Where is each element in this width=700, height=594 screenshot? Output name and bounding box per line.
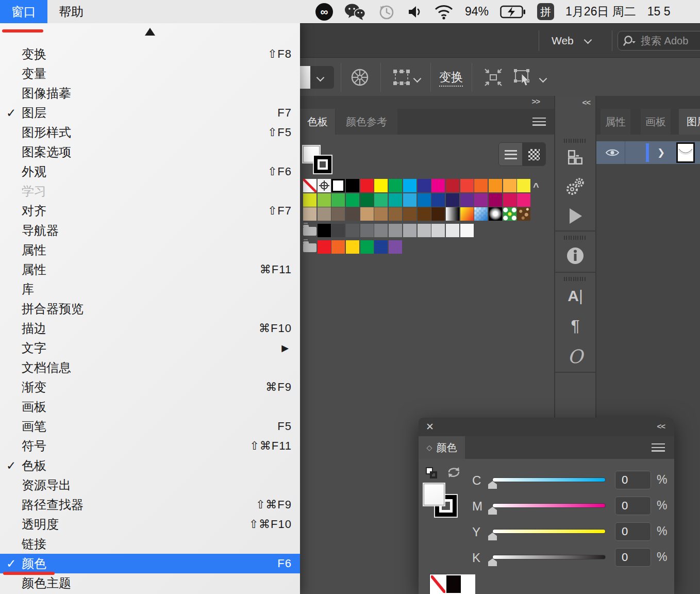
- folder-swatch-1-5[interactable]: [389, 240, 402, 254]
- swatch-1-7[interactable]: [403, 193, 416, 207]
- swatch-2-3[interactable]: [346, 207, 359, 221]
- panel-menu-icon[interactable]: [532, 118, 546, 126]
- swatch-0-7[interactable]: [403, 179, 416, 192]
- menu-item-26[interactable]: ✓颜色F6: [0, 554, 300, 573]
- swatch-0-14[interactable]: [503, 179, 516, 192]
- swatch-0-4[interactable]: [360, 179, 374, 192]
- menu-item-10[interactable]: 属性: [0, 240, 300, 260]
- menu-item-18[interactable]: 画板: [0, 397, 300, 417]
- swatch-1-14[interactable]: [503, 193, 516, 207]
- folder-swatch-0-8[interactable]: [431, 224, 445, 237]
- swatch-2-13[interactable]: [489, 207, 502, 221]
- color-panel-header[interactable]: ✕ <<: [419, 418, 674, 436]
- visibility-eye-icon[interactable]: [606, 148, 619, 157]
- chevron-down-icon[interactable]: [540, 74, 546, 83]
- swatch-2-4[interactable]: [360, 207, 374, 221]
- tab-swatches[interactable]: 色板: [300, 109, 335, 135]
- folder-swatch-1-3[interactable]: [360, 240, 374, 254]
- stroke-indicator[interactable]: [314, 156, 331, 173]
- chevron-down-icon[interactable]: [414, 74, 420, 83]
- character-icon[interactable]: A|: [555, 281, 595, 311]
- swatch-2-6[interactable]: [389, 207, 402, 221]
- swatch-2-8[interactable]: [418, 207, 431, 221]
- slider-value-input[interactable]: 0: [615, 522, 651, 541]
- collapse-panel-icon[interactable]: >>: [531, 97, 540, 106]
- swatch-1-12[interactable]: [474, 193, 488, 207]
- folder-swatch-1-1[interactable]: [331, 240, 345, 254]
- slider-value-input[interactable]: 0: [615, 471, 651, 489]
- tab-color-guide[interactable]: 颜色参考: [336, 109, 397, 135]
- workspace-switcher[interactable]: Web: [552, 24, 591, 57]
- swatch-folder-icon[interactable]: [303, 227, 316, 236]
- menu-item-20[interactable]: 符号⇧⌘F11: [0, 436, 300, 456]
- creative-cloud-icon[interactable]: ∞: [315, 3, 333, 21]
- swatch-1-10[interactable]: [446, 193, 459, 207]
- slider-handle[interactable]: [488, 507, 497, 515]
- swatch-1-6[interactable]: [389, 193, 402, 207]
- play-icon[interactable]: [555, 201, 595, 230]
- dock-gripper[interactable]: [564, 139, 587, 143]
- close-icon[interactable]: ✕: [426, 421, 434, 433]
- menu-item-24[interactable]: 透明度⇧⌘F10: [0, 515, 300, 534]
- wechat-icon[interactable]: [344, 3, 366, 21]
- slider-track-m[interactable]: [492, 503, 606, 508]
- menu-item-15[interactable]: 文字▶: [0, 338, 300, 358]
- menu-item-9[interactable]: 导航器: [0, 221, 300, 240]
- grid-view-button[interactable]: [522, 143, 545, 166]
- menu-item-16[interactable]: 文档信息: [0, 358, 300, 377]
- fill-color-dropdown[interactable]: [300, 66, 334, 89]
- menu-item-4[interactable]: 图形样式⇧F5: [0, 123, 300, 142]
- tab-properties[interactable]: 属性: [601, 109, 630, 135]
- swatch-1-5[interactable]: [374, 193, 388, 207]
- collect-for-export-icon[interactable]: [484, 69, 503, 88]
- menu-item-19[interactable]: 画笔F5: [0, 417, 300, 436]
- isolate-selection-icon[interactable]: [513, 68, 534, 89]
- swatch-0-6[interactable]: [389, 179, 402, 192]
- none-swatch[interactable]: [430, 574, 446, 594]
- artboards-icon[interactable]: [555, 143, 595, 172]
- menu-item-13[interactable]: 拼合器预览: [0, 299, 300, 319]
- menubar-item-help[interactable]: 帮助: [47, 0, 95, 23]
- layer-row[interactable]: ❯: [596, 141, 700, 164]
- swatch-2-0[interactable]: [303, 207, 316, 221]
- folder-swatch-1-4[interactable]: [374, 240, 388, 254]
- swatch-0-2[interactable]: [331, 179, 345, 192]
- slider-track-y[interactable]: [492, 529, 606, 534]
- pinyin-input-icon[interactable]: 拼: [537, 3, 554, 20]
- swatch-1-9[interactable]: [431, 193, 445, 207]
- panel-cycle-icon[interactable]: ◇: [427, 443, 432, 452]
- folder-swatch-1-0[interactable]: [318, 240, 331, 254]
- folder-swatch-0-2[interactable]: [346, 224, 359, 237]
- swatch-1-13[interactable]: [489, 193, 502, 207]
- menubar-date[interactable]: 1月26日 周二: [565, 4, 636, 20]
- menubar-item-window[interactable]: 窗口: [0, 0, 47, 23]
- swatch-0-9[interactable]: [431, 179, 445, 192]
- paragraph-icon[interactable]: ¶: [555, 311, 595, 342]
- swatch-1-1[interactable]: [318, 193, 331, 207]
- tab-layers[interactable]: 图层: [679, 109, 700, 135]
- expand-panels-icon[interactable]: <<: [582, 98, 590, 107]
- time-machine-icon[interactable]: [377, 3, 396, 21]
- slider-handle[interactable]: [488, 558, 497, 566]
- recolor-artwork-icon[interactable]: [351, 68, 369, 89]
- swatch-1-0[interactable]: [303, 193, 316, 207]
- swatch-0-10[interactable]: [446, 179, 459, 192]
- menu-item-27[interactable]: 颜色主题: [0, 573, 300, 593]
- slider-track-k[interactable]: [492, 555, 606, 559]
- swatch-0-12[interactable]: [474, 179, 488, 192]
- swatch-2-1[interactable]: [318, 207, 331, 221]
- dock-gripper[interactable]: [564, 277, 587, 281]
- menu-item-6[interactable]: 外观⇧F6: [0, 162, 300, 182]
- menu-item-25[interactable]: 链接: [0, 534, 300, 554]
- swatch-2-7[interactable]: [403, 207, 416, 221]
- tab-color[interactable]: ◇ 颜色: [419, 436, 465, 459]
- list-view-button[interactable]: [499, 143, 522, 166]
- folder-swatch-0-3[interactable]: [360, 224, 374, 237]
- slider-value-input[interactable]: 0: [615, 548, 651, 567]
- swatch-1-11[interactable]: [460, 193, 474, 207]
- swatch-2-14[interactable]: [503, 207, 516, 221]
- menu-item-5[interactable]: 图案选项: [0, 142, 300, 162]
- menu-item-1[interactable]: 变量: [0, 64, 300, 84]
- menu-scroll-up-icon[interactable]: [145, 28, 155, 36]
- swatch-2-2[interactable]: [331, 207, 345, 221]
